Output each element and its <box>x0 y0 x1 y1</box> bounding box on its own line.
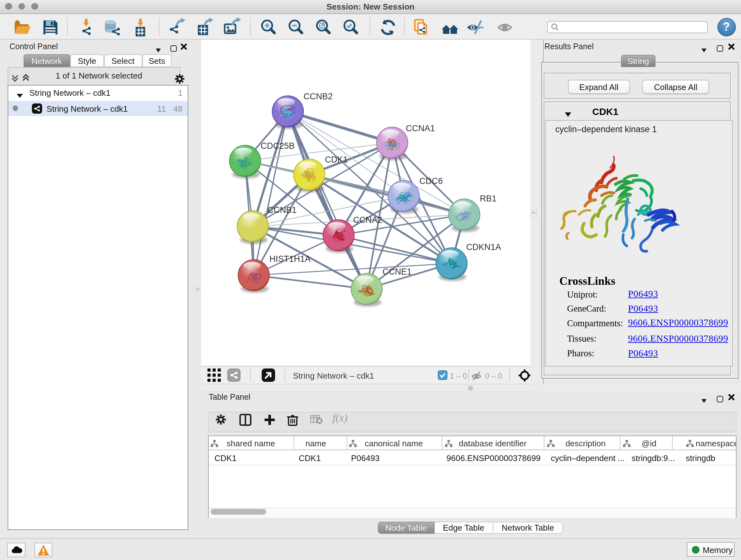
svg-text:CCNA2: CCNA2 <box>353 215 383 225</box>
svg-text:RB1: RB1 <box>480 194 496 203</box>
svg-text:CDC6: CDC6 <box>419 176 443 186</box>
svg-text:CCNE1: CCNE1 <box>382 267 412 276</box>
svg-text:CDK1: CDK1 <box>325 155 348 165</box>
svg-text:CDKN1A: CDKN1A <box>466 242 501 252</box>
svg-text:CCNA1: CCNA1 <box>406 124 435 133</box>
svg-text:CCNB1: CCNB1 <box>267 205 297 215</box>
svg-text:CCNB2: CCNB2 <box>304 91 333 101</box>
svg-text:HIST1H1A: HIST1H1A <box>269 254 311 264</box>
svg-text:CDC25B: CDC25B <box>261 141 295 151</box>
